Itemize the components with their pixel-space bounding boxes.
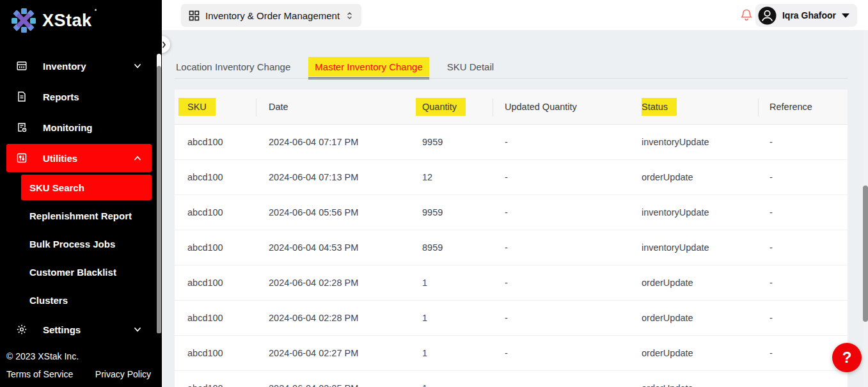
- table-cell: 2024-06-04 02:25 PM: [269, 383, 416, 387]
- sidebar-item-label: Reports: [43, 91, 79, 102]
- sidebar-item-clusters[interactable]: Clusters: [21, 287, 152, 313]
- gear-icon: [16, 324, 28, 335]
- table-cell: 1: [416, 313, 499, 323]
- table-cell: 1: [416, 383, 499, 387]
- table-cell: -: [769, 172, 848, 182]
- sidebar-item-inventory[interactable]: Inventory: [6, 52, 152, 80]
- user-avatar-icon: [758, 6, 777, 25]
- caret-down-icon: [842, 13, 849, 18]
- table-cell: inventoryUpdate: [642, 137, 769, 147]
- table-body: abcd1002024-06-04 07:17 PM9959-inventory…: [175, 125, 848, 387]
- table-cell: -: [769, 242, 848, 253]
- sidebar-item-settings[interactable]: Settings: [6, 315, 152, 344]
- table-cell: abcd100: [175, 172, 269, 182]
- tab-location-inventory-change[interactable]: Location Inventory Change: [176, 61, 290, 72]
- table-cell: orderUpdate: [642, 383, 769, 387]
- table-row: abcd1002024-06-04 05:56 PM9959-inventory…: [175, 195, 848, 230]
- table-cell: 2024-06-04 02:28 PM: [269, 313, 416, 323]
- main-content: Location Inventory Change Master Invento…: [162, 30, 868, 387]
- collapse-chevrons-icon: [162, 41, 166, 49]
- sidebar-collapse-button[interactable]: [162, 36, 170, 53]
- sidebar-subitem-label: Replenishment Report: [29, 210, 132, 221]
- table-row: abcd1002024-06-04 02:27 PM1-orderUpdate-: [175, 336, 848, 371]
- tab-master-inventory-change[interactable]: Master Inventory Change: [308, 57, 429, 77]
- notifications-bell-icon[interactable]: [740, 8, 753, 22]
- sidebar-item-reports[interactable]: Reports: [6, 83, 152, 111]
- inventory-box-icon: [16, 60, 28, 72]
- table-cell: 9959: [416, 137, 499, 147]
- sidebar-subitem-label: Clusters: [29, 295, 68, 306]
- sidebar-item-utilities[interactable]: Utilities: [6, 144, 152, 172]
- column-header-quantity: Quantity: [416, 98, 499, 116]
- inventory-change-table: SKUDateQuantityUpdated QuantityStatusRef…: [175, 90, 848, 387]
- sidebar-item-monitoring[interactable]: Monitoring: [6, 113, 152, 141]
- sidebar-subitem-label: Customer Blacklist: [29, 267, 116, 278]
- table-cell: -: [499, 313, 642, 323]
- sidebar-item-label: Monitoring: [43, 122, 92, 133]
- workspace-label: Inventory & Order Management: [205, 10, 340, 21]
- main-scrollbar-thumb[interactable]: [863, 186, 868, 322]
- column-header-sku: SKU: [175, 98, 269, 116]
- sidebar-item-bulk-process-jobs[interactable]: Bulk Process Jobs: [21, 231, 152, 257]
- privacy-policy-link[interactable]: Privacy Policy: [95, 369, 151, 379]
- table-cell: abcd100: [175, 313, 269, 323]
- table-row: abcd1002024-06-04 04:53 PM8959-inventory…: [175, 230, 848, 265]
- sidebar: XStak Inventory Reports: [0, 0, 162, 387]
- chevron-down-icon: [133, 61, 142, 70]
- column-header-status: Status: [642, 98, 769, 116]
- table-cell: 2024-06-04 07:17 PM: [269, 137, 416, 147]
- table-cell: abcd100: [175, 348, 269, 358]
- table-header-row: SKUDateQuantityUpdated QuantityStatusRef…: [175, 90, 848, 125]
- terms-of-service-link[interactable]: Terms of Service: [6, 369, 73, 379]
- sidebar-subitem-label: SKU Search: [29, 182, 84, 193]
- brand-logo: XStak: [10, 7, 92, 34]
- column-header-label: SKU: [178, 98, 216, 116]
- column-header-updated-quantity: Updated Quantity: [499, 102, 642, 112]
- sidebar-item-customer-blacklist[interactable]: Customer Blacklist: [21, 259, 152, 285]
- table-cell: abcd100: [175, 242, 269, 253]
- column-header-label: Status: [642, 98, 677, 116]
- table-cell: inventoryUpdate: [642, 207, 769, 217]
- sidebar-scrollbar-thumb[interactable]: [157, 66, 161, 333]
- app-window: XStak Inventory Reports: [0, 0, 868, 387]
- xstak-logo-icon: [10, 7, 37, 34]
- chevron-up-icon: [133, 154, 142, 162]
- header-divider: [758, 99, 759, 116]
- table-row: abcd1002024-06-04 07:17 PM9959-inventory…: [175, 125, 848, 160]
- sidebar-item-replenishment-report[interactable]: Replenishment Report: [21, 203, 152, 228]
- sidebar-item-label: Utilities: [43, 153, 77, 164]
- up-down-caret-icon: [345, 11, 354, 20]
- sidebar-scrollbar-track[interactable]: [157, 54, 161, 333]
- table-row: abcd1002024-06-04 07:13 PM12-orderUpdate…: [175, 160, 848, 195]
- table-cell: -: [499, 278, 642, 288]
- column-header-label: Reference: [769, 102, 812, 112]
- tab-bar: Location Inventory Change Master Invento…: [176, 56, 494, 77]
- column-header-label: Quantity: [416, 98, 466, 116]
- sidebar-item-sku-search[interactable]: SKU Search: [21, 175, 152, 200]
- table-cell: 2024-06-04 07:13 PM: [269, 172, 416, 182]
- table-cell: orderUpdate: [642, 348, 769, 358]
- brand-name: XStak: [42, 11, 92, 31]
- table-cell: 12: [416, 172, 499, 182]
- header-divider: [256, 99, 256, 116]
- main-scrollbar-track[interactable]: [863, 30, 868, 387]
- table-cell: -: [769, 207, 848, 217]
- column-header-reference: Reference: [769, 102, 848, 112]
- help-button[interactable]: ?: [832, 343, 862, 372]
- table-cell: -: [769, 383, 848, 387]
- workspace-switcher-button[interactable]: Inventory & Order Management: [181, 4, 361, 27]
- sidebar-item-label: Inventory: [43, 61, 86, 72]
- monitoring-file-icon: [16, 122, 28, 133]
- table-cell: abcd100: [175, 278, 269, 288]
- column-header-date: Date: [269, 102, 416, 112]
- table-cell: abcd100: [175, 383, 269, 387]
- table-cell: -: [499, 172, 642, 182]
- table-cell: -: [499, 242, 642, 253]
- table-cell: inventoryUpdate: [642, 242, 769, 253]
- table-cell: abcd100: [175, 207, 269, 217]
- table-row: abcd1002024-06-04 02:25 PM1-orderUpdate-: [175, 371, 848, 387]
- user-menu-button[interactable]: Iqra Ghafoor: [755, 4, 857, 27]
- tab-sku-detail[interactable]: SKU Detail: [447, 61, 494, 72]
- table-cell: orderUpdate: [642, 313, 769, 323]
- table-cell: orderUpdate: [642, 278, 769, 288]
